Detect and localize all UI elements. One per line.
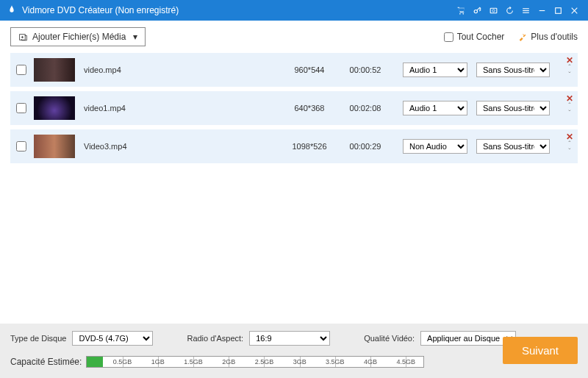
capacity-bar: 0.5GB1GB1.5GB2GB2.5GB3GB3.5GB4GB4.5GB: [86, 356, 424, 368]
close-icon[interactable]: [566, 2, 582, 18]
titlebar: Vidmore DVD Créateur (Non enregistré): [0, 0, 588, 21]
cart-icon[interactable]: [453, 2, 469, 18]
media-row: video.mp4 960*544 00:00:52 Audio 1 Sans …: [10, 53, 578, 87]
duration: 00:02:08: [340, 104, 391, 113]
check-all-toggle[interactable]: Tout Cocher: [444, 32, 505, 42]
disc-type-label: Type de Disque: [10, 334, 66, 343]
thumbnail[interactable]: [34, 96, 75, 120]
chevron-down-icon: ▾: [133, 32, 137, 42]
svg-rect-9: [555, 7, 561, 13]
capacity-fill: [87, 357, 103, 367]
svg-point-4: [492, 9, 494, 11]
move-down-icon[interactable]: ˇ: [568, 110, 570, 118]
capacity-tick-label: 2.5GB: [255, 358, 274, 365]
audio-select[interactable]: Audio 1: [403, 63, 467, 77]
thumbnail[interactable]: [34, 58, 75, 82]
svg-point-1: [462, 13, 464, 15]
svg-point-0: [459, 13, 461, 15]
window-title: Vidmore DVD Créateur (Non enregistré): [22, 5, 179, 15]
quality-select[interactable]: Appliquer au Disque: [420, 331, 516, 346]
menu-icon[interactable]: [517, 2, 534, 18]
move-down-icon[interactable]: ˇ: [568, 72, 570, 79]
resolution: 1098*526: [284, 142, 335, 151]
capacity-tick-label: 3.5GB: [326, 358, 345, 365]
add-media-label: Ajouter Fichier(s) Média: [32, 32, 126, 42]
media-list: video.mp4 960*544 00:00:52 Audio 1 Sans …: [0, 53, 588, 163]
capacity-tick-label: 1.5GB: [184, 358, 203, 365]
media-row: video1.mp4 640*368 00:02:08 Audio 1 Sans…: [10, 91, 578, 125]
more-tools-button[interactable]: Plus d'outils: [517, 32, 578, 42]
capacity-tick-label: 4.5GB: [397, 358, 416, 365]
subtitle-select[interactable]: Sans Sous-titres: [476, 101, 550, 115]
subtitle-select[interactable]: Sans Sous-titres: [476, 139, 550, 154]
minimize-icon[interactable]: [534, 2, 550, 18]
capacity-tick-label: 3GB: [293, 358, 306, 365]
row-checkbox[interactable]: [16, 65, 26, 75]
media-row: Video3.mp4 1098*526 00:00:29 Non Audio S…: [10, 129, 578, 163]
key-icon[interactable]: [469, 2, 485, 18]
svg-rect-5: [523, 8, 529, 9]
add-media-button[interactable]: Ajouter Fichier(s) Média ▾: [10, 27, 146, 46]
capacity-label: Capacité Estimée:: [10, 357, 82, 367]
audio-select[interactable]: Non Audio: [403, 139, 467, 154]
resolution: 960*544: [284, 65, 335, 74]
svg-rect-8: [539, 10, 545, 10]
footer: Type de Disque DVD-5 (4.7G) Radio d'Aspe…: [0, 324, 588, 378]
thumbnail[interactable]: [34, 135, 75, 158]
maximize-icon[interactable]: [550, 2, 566, 18]
duration: 00:00:29: [340, 142, 391, 151]
capacity-tick-label: 2GB: [222, 358, 235, 365]
svg-point-2: [474, 10, 477, 13]
tools-icon: [517, 32, 527, 42]
disc-icon[interactable]: [485, 2, 501, 18]
capacity-tick-label: 4GB: [364, 358, 377, 365]
more-tools-label: Plus d'outils: [531, 32, 578, 42]
row-checkbox[interactable]: [16, 103, 26, 113]
aspect-label: Radio d'Aspect:: [187, 334, 243, 343]
capacity-tick-label: 1GB: [151, 358, 165, 365]
svg-rect-7: [523, 12, 529, 13]
check-all-label: Tout Cocher: [457, 32, 505, 42]
svg-rect-3: [490, 8, 497, 13]
svg-rect-6: [523, 10, 529, 10]
quality-label: Qualité Vidéo:: [364, 334, 415, 343]
aspect-select[interactable]: 16:9: [249, 331, 330, 346]
audio-select[interactable]: Audio 1: [403, 101, 467, 115]
subtitle-select[interactable]: Sans Sous-titres: [476, 63, 550, 77]
app-logo-icon: [6, 4, 18, 16]
capacity-tick-label: 0.5GB: [113, 358, 132, 365]
file-name: Video3.mp4: [79, 142, 212, 151]
row-checkbox[interactable]: [16, 141, 26, 151]
next-button[interactable]: Suivant: [503, 337, 578, 364]
add-file-icon: [18, 32, 28, 42]
resolution: 640*368: [284, 104, 335, 113]
duration: 00:00:52: [340, 65, 391, 74]
file-name: video.mp4: [79, 65, 212, 74]
disc-type-select[interactable]: DVD-5 (4.7G): [72, 331, 153, 346]
move-down-icon[interactable]: ˇ: [568, 149, 570, 156]
check-all-checkbox[interactable]: [444, 32, 453, 42]
file-name: video1.mp4: [79, 104, 212, 113]
toolbar: Ajouter Fichier(s) Média ▾ Tout Cocher P…: [0, 21, 588, 53]
history-icon[interactable]: [501, 2, 517, 18]
